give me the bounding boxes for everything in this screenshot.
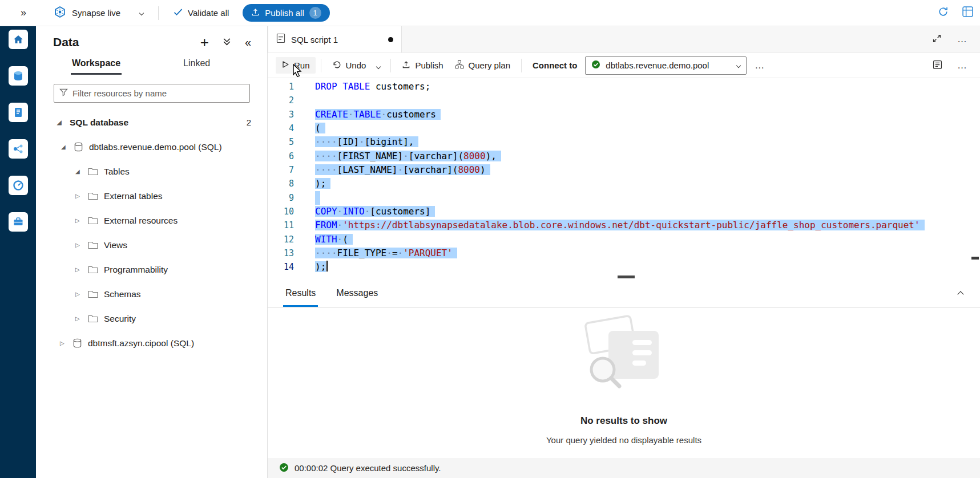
synapse-logo-icon xyxy=(54,6,66,20)
synapse-live-dropdown[interactable]: Synapse live xyxy=(54,6,143,20)
collapsed-arrow-icon[interactable]: ▷ xyxy=(75,315,88,322)
expanded-arrow-icon[interactable]: ◢ xyxy=(57,119,70,125)
tab-linked[interactable]: Linked xyxy=(183,58,210,75)
database-count-badge: 2 xyxy=(247,118,251,127)
double-chevron-down-icon[interactable] xyxy=(223,37,231,48)
publish-count-badge: 1 xyxy=(309,7,321,19)
monitor-nav-icon[interactable] xyxy=(9,176,28,195)
code-line[interactable]: 14); xyxy=(268,260,980,274)
collapsed-arrow-icon[interactable]: ▷ xyxy=(75,242,88,248)
properties-icon[interactable] xyxy=(933,60,942,71)
code-line[interactable]: 12WITH·( xyxy=(268,233,980,246)
tab-workspace[interactable]: Workspace xyxy=(72,58,120,75)
develop-nav-icon[interactable] xyxy=(9,103,28,122)
add-resource-icon[interactable]: + xyxy=(200,37,209,48)
expanded-arrow-icon[interactable]: ◢ xyxy=(61,144,74,150)
code-line[interactable]: 11FROM·'https://dbtlabsynapsedatalake.bl… xyxy=(268,218,980,232)
tree-item-pool-dbtmsft[interactable]: ▷ dbtmsft.azsyn.cipool (SQL) xyxy=(36,331,267,355)
tab-messages[interactable]: Messages xyxy=(326,288,388,307)
results-tab-bar: Results Messages xyxy=(268,279,980,307)
collapse-results-icon[interactable] xyxy=(958,289,963,299)
toolbar-more-icon[interactable]: … xyxy=(755,60,765,71)
tree-folder-external-resources[interactable]: ▷ External resources xyxy=(36,208,267,233)
collapsed-arrow-icon[interactable]: ▷ xyxy=(75,291,88,297)
publish-all-button[interactable]: Publish all 1 xyxy=(243,4,329,22)
collapsed-arrow-icon[interactable]: ▷ xyxy=(75,193,88,199)
validate-all-button[interactable]: Validate all xyxy=(174,7,229,18)
tree-folder-views[interactable]: ▷ Views xyxy=(36,233,267,257)
expand-editor-icon[interactable] xyxy=(933,34,941,45)
main-area: SQL script 1 … Run Undo xyxy=(268,26,980,478)
filter-resources-input[interactable] xyxy=(72,88,244,98)
tree-label: External resources xyxy=(104,216,178,226)
code-line[interactable]: 10COPY·INTO·[customers] xyxy=(268,205,980,218)
tree-folder-external-tables[interactable]: ▷ External tables xyxy=(36,184,267,208)
undo-label: Undo xyxy=(346,60,366,70)
tree-folder-schemas[interactable]: ▷ Schemas xyxy=(36,282,267,306)
data-nav-icon[interactable] xyxy=(9,66,28,86)
tree-label: dbtmsft.azsyn.cipool (SQL) xyxy=(88,338,194,349)
tab-results[interactable]: Results xyxy=(275,288,326,307)
code-line[interactable]: 7····[LAST_NAME]·[varchar](8000) xyxy=(268,163,980,177)
chevron-down-icon xyxy=(736,63,741,67)
publish-upload-icon xyxy=(251,8,260,18)
sql-code-editor[interactable]: 1DROP TABLE customers;23CREATE·TABLE·cus… xyxy=(268,78,980,279)
home-nav-icon[interactable] xyxy=(9,30,28,49)
panel-more-icon[interactable]: … xyxy=(957,60,967,71)
publish-all-label: Publish all xyxy=(265,8,304,18)
collapsed-arrow-icon[interactable]: ▷ xyxy=(75,217,88,224)
tab-sql-script-1[interactable]: SQL script 1 xyxy=(268,26,402,52)
expanded-arrow-icon[interactable]: ◢ xyxy=(75,168,88,175)
data-panel: Data + « Workspace Linked ◢ SQL database… xyxy=(36,26,268,478)
folder-icon xyxy=(88,241,98,249)
top-bar: » Synapse live Validate all Publish all … xyxy=(0,0,980,26)
collapse-panel-icon[interactable]: « xyxy=(245,36,251,49)
editor-tab-strip: SQL script 1 … xyxy=(268,26,980,53)
code-line[interactable]: 6····[FIRST_NAME]·[varchar](8000), xyxy=(268,149,980,163)
tree-item-pool-dbtlabs[interactable]: ◢ dbtlabs.revenue.demo.pool (SQL) xyxy=(36,135,267,159)
code-line[interactable]: 9 xyxy=(268,191,980,205)
tree-label: Views xyxy=(104,240,127,250)
query-plan-button[interactable]: Query plan xyxy=(449,56,516,74)
run-button[interactable]: Run xyxy=(276,57,316,74)
folder-icon xyxy=(88,290,98,298)
collapsed-arrow-icon[interactable]: ▷ xyxy=(60,340,72,346)
table-grid-icon[interactable] xyxy=(962,6,973,19)
publish-button[interactable]: Publish xyxy=(396,57,449,74)
expand-rail-icon[interactable]: » xyxy=(21,7,26,19)
mode-label: Synapse live xyxy=(72,8,120,18)
refresh-icon[interactable] xyxy=(938,6,949,19)
divider xyxy=(390,59,391,72)
collapsed-arrow-icon[interactable]: ▷ xyxy=(75,266,88,273)
run-label: Run xyxy=(294,60,310,70)
code-line[interactable]: 1DROP TABLE customers; xyxy=(268,80,980,94)
code-line[interactable]: 13····FILE_TYPE·=·'PARQUET' xyxy=(268,246,980,260)
code-line[interactable]: 5····[ID]·[bigint], xyxy=(268,135,980,149)
horizontal-scrollbar-thumb[interactable] xyxy=(618,276,635,278)
pool-select-dropdown[interactable]: dbtlabs.revenue.demo.pool xyxy=(585,56,747,75)
panel-title: Data xyxy=(53,35,79,49)
divider xyxy=(321,59,321,72)
code-line[interactable]: 8); xyxy=(268,177,980,191)
divider xyxy=(158,6,159,20)
undo-button[interactable]: Undo xyxy=(326,57,372,74)
tree-folder-security[interactable]: ▷ Security xyxy=(36,306,267,331)
code-line[interactable]: 2 xyxy=(268,94,980,107)
code-line[interactable]: 4( xyxy=(268,121,980,135)
tree-folder-programmability[interactable]: ▷ Programmability xyxy=(36,257,267,282)
folder-icon xyxy=(88,192,98,200)
undo-dropdown-icon[interactable] xyxy=(372,56,385,75)
tree-item-sql-database[interactable]: ◢ SQL database 2 xyxy=(36,110,267,135)
query-status-bar: 00:00:02 Query executed successfully. xyxy=(268,458,980,478)
tree-folder-tables[interactable]: ◢ Tables xyxy=(36,159,267,184)
code-line[interactable]: 3CREATE·TABLE·customers xyxy=(268,108,980,121)
status-message: 00:00:02 Query executed successfully. xyxy=(295,463,441,473)
integrate-nav-icon[interactable] xyxy=(9,139,28,159)
query-plan-icon xyxy=(455,60,464,71)
manage-nav-icon[interactable] xyxy=(9,212,28,232)
tab-more-icon[interactable]: … xyxy=(957,34,967,45)
status-ok-icon xyxy=(591,60,600,71)
tree-label: SQL database xyxy=(70,118,128,128)
folder-icon xyxy=(88,167,98,176)
tree-label: dbtlabs.revenue.demo.pool (SQL) xyxy=(89,142,222,152)
